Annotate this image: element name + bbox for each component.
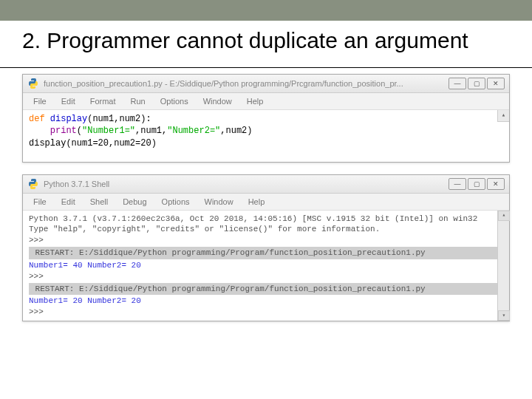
menu-help[interactable]: Help bbox=[241, 195, 273, 208]
close-button[interactable]: ✕ bbox=[487, 78, 505, 89]
close-button[interactable]: ✕ bbox=[487, 178, 505, 190]
menu-edit[interactable]: Edit bbox=[54, 195, 83, 208]
shell-prompt: >>> bbox=[29, 235, 503, 246]
menu-options[interactable]: Options bbox=[154, 195, 197, 208]
maximize-button[interactable]: ▢ bbox=[468, 178, 485, 190]
shell-prompt: >>> bbox=[29, 271, 503, 282]
editor-menubar: File Edit Format Run Options Window Help bbox=[23, 93, 509, 110]
menu-file[interactable]: File bbox=[26, 195, 54, 208]
code-line-1: def display(num1,num2): bbox=[29, 113, 503, 126]
scroll-down-icon[interactable]: ▾ bbox=[498, 310, 510, 321]
menu-options[interactable]: Options bbox=[153, 95, 196, 108]
editor-window: function_position_precaution1.py - E:/Si… bbox=[22, 74, 510, 163]
menu-window[interactable]: Window bbox=[197, 195, 241, 208]
menu-shell[interactable]: Shell bbox=[83, 195, 115, 208]
window-controls: — ▢ ✕ bbox=[449, 178, 505, 190]
slide-title-text: 2. Programmer cannot duplicate an argume… bbox=[22, 28, 510, 54]
windows-area: function_position_precaution1.py - E:/Si… bbox=[0, 68, 532, 322]
code-line-3: display(num1=20,num2=20) bbox=[29, 137, 503, 150]
maximize-button[interactable]: ▢ bbox=[468, 78, 485, 89]
shell-restart-1: RESTART: E:/Siddique/Python programming/… bbox=[29, 247, 503, 259]
shell-menubar: File Edit Shell Debug Options Window Hel… bbox=[23, 194, 509, 211]
menu-file[interactable]: File bbox=[26, 95, 54, 108]
shell-prompt: >>> bbox=[29, 307, 503, 318]
menu-edit[interactable]: Edit bbox=[54, 95, 83, 108]
window-controls: — ▢ ✕ bbox=[449, 78, 505, 89]
editor-titlebar[interactable]: function_position_precaution1.py - E:/Si… bbox=[23, 75, 509, 93]
slide-top-bar bbox=[0, 0, 532, 21]
python-icon bbox=[27, 178, 39, 190]
menu-window[interactable]: Window bbox=[196, 95, 239, 108]
menu-help[interactable]: Help bbox=[239, 95, 271, 108]
minimize-button[interactable]: — bbox=[449, 78, 466, 89]
shell-title-text: Python 3.7.1 Shell bbox=[44, 180, 449, 188]
shell-output-2: Number1= 20 Number2= 20 bbox=[29, 296, 503, 307]
menu-format[interactable]: Format bbox=[83, 95, 123, 108]
shell-window: Python 3.7.1 Shell — ▢ ✕ File Edit Shell… bbox=[22, 174, 510, 322]
shell-banner-2: Type "help", "copyright", "credits" or "… bbox=[29, 224, 503, 235]
scroll-up-icon[interactable]: ▴ bbox=[498, 211, 510, 221]
slide-title-area: 2. Programmer cannot duplicate an argume… bbox=[0, 21, 532, 68]
shell-body[interactable]: ▴ ▾ Python 3.7.1 (v3.7.1:260ec2c36a, Oct… bbox=[23, 211, 509, 321]
shell-titlebar[interactable]: Python 3.7.1 Shell — ▢ ✕ bbox=[23, 175, 509, 194]
shell-banner-1: Python 3.7.1 (v3.7.1:260ec2c36a, Oct 20 … bbox=[29, 214, 503, 225]
menu-run[interactable]: Run bbox=[123, 95, 153, 108]
minimize-button[interactable]: — bbox=[449, 178, 466, 190]
editor-title-text: function_position_precaution1.py - E:/Si… bbox=[44, 79, 449, 88]
shell-restart-2: RESTART: E:/Siddique/Python programming/… bbox=[29, 283, 503, 296]
shell-output-1: Number1= 40 Number2= 20 bbox=[29, 260, 503, 271]
python-icon bbox=[27, 78, 39, 89]
menu-debug[interactable]: Debug bbox=[115, 195, 154, 208]
code-line-2: print("Number1=",num1,"Number2=",num2) bbox=[29, 125, 503, 137]
editor-body[interactable]: ▴ def display(num1,num2): print("Number1… bbox=[23, 110, 509, 162]
scroll-up-icon[interactable]: ▴ bbox=[497, 110, 509, 122]
scrollbar[interactable]: ▴ ▾ bbox=[497, 211, 509, 321]
